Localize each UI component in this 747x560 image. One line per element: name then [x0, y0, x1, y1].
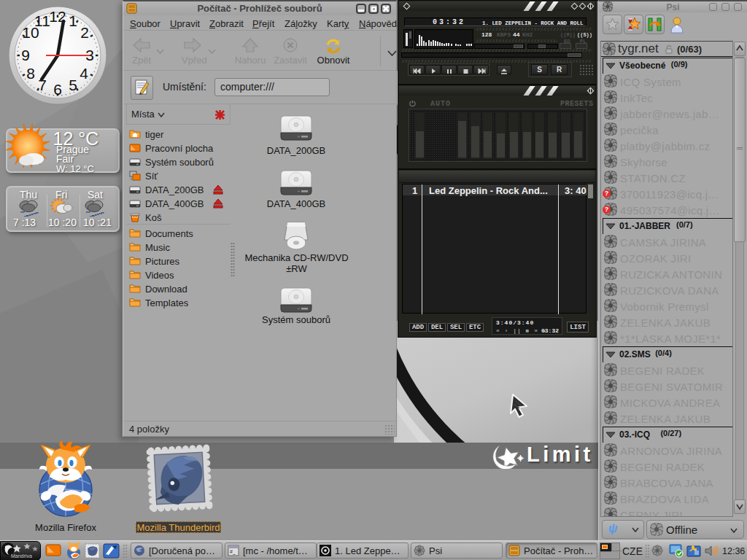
svg-text:8: 8: [26, 65, 35, 82]
svg-text:Mandriva: Mandriva: [11, 553, 32, 559]
svg-text:2: 2: [80, 24, 89, 41]
svg-text:4: 4: [80, 65, 88, 82]
svg-text:6: 6: [53, 81, 62, 98]
svg-text:11: 11: [34, 12, 50, 29]
svg-text:9: 9: [21, 47, 30, 63]
svg-text:5: 5: [69, 77, 77, 93]
svg-text:#_: #_: [230, 549, 236, 555]
svg-text:1: 1: [69, 12, 77, 29]
